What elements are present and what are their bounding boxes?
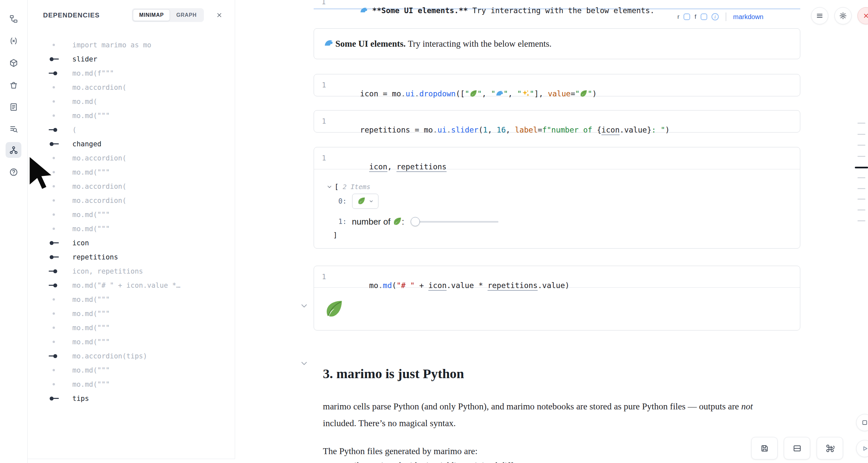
menu-icon [816,12,824,20]
dependency-glyph-icon [48,80,72,94]
dependency-item[interactable]: mo.md(""" [27,377,235,391]
code-cell-tuple[interactable]: 1 icon, repetitions [ 2 Items 0: 1: [314,147,800,249]
dependency-item[interactable]: mo.md(""" [27,109,235,123]
dependency-item[interactable]: mo.md(""" [27,363,235,377]
dependency-item[interactable]: mo.md(""" [27,222,235,236]
dependency-item[interactable]: mo.md(""" [27,165,235,179]
dependency-glyph-icon [48,137,72,151]
tab-graph[interactable]: GRAPH [170,9,203,21]
layout-button[interactable] [784,437,810,459]
file-explorer-button[interactable] [6,11,21,27]
dependency-item[interactable]: slider [27,52,235,66]
dependency-item[interactable]: mo.md(f""" [27,66,235,80]
cell-nav-line[interactable] [858,220,865,221]
info-icon[interactable]: i [712,13,719,21]
dependency-item[interactable]: icon [27,236,235,250]
panel-close-button[interactable] [214,9,225,21]
dependency-item[interactable]: mo.accordion( [27,193,235,208]
logs-button[interactable] [6,121,21,137]
markdown-output-cell[interactable]: Some UI elements. Try interacting with t… [314,28,800,59]
cell-nav-line[interactable] [858,210,865,211]
slider-label: number of : [352,217,404,227]
code-token: icon [601,126,619,134]
code-token: . [446,126,451,134]
save-button[interactable] [751,437,778,459]
dependency-item[interactable]: mo.md(""" [27,306,235,320]
dependency-item[interactable]: mo.md("# " + icon.value *… [27,278,235,292]
dependency-label: mo.md(""" [72,112,110,120]
dropdown-select[interactable] [352,194,378,209]
code-token: , [508,89,517,98]
code-token: ui [406,89,415,98]
tree-twisty-icon[interactable] [327,184,332,190]
settings-button[interactable] [834,7,851,24]
dependency-label: mo.accordion( [72,183,126,190]
dependency-item[interactable]: repetitions [27,250,235,264]
dependency-item[interactable]: mo.md( [27,94,235,109]
cell-nav-line[interactable] [858,145,865,146]
command-palette-button[interactable] [817,437,843,459]
code-cell-md[interactable]: 1 mo.md("# " + icon.value * repetitions.… [314,266,800,331]
view-toggle: MINIMAP GRAPH [132,8,204,22]
r-checkbox[interactable] [684,13,690,20]
dependency-item[interactable]: mo.accordion( [27,80,235,94]
cell-nav-line[interactable] [858,188,865,189]
dependency-glyph-icon [48,292,72,306]
dependency-item[interactable]: mo.accordion(tips) [27,349,235,363]
line-number: 1 [314,81,333,89]
dependency-item[interactable]: ( [27,123,235,137]
cell-nav-line[interactable] [858,156,865,157]
dependency-glyph-icon [48,123,72,137]
dependency-label: icon [72,239,89,247]
cell-nav-line[interactable] [858,198,865,199]
f-checkbox[interactable] [701,13,707,20]
dependency-item[interactable]: mo.md(""" [27,320,235,335]
dependency-glyph-icon [48,38,72,52]
cell-nav-line[interactable] [858,177,865,178]
language-button[interactable]: markdown [733,13,764,21]
collapse-section-chevron[interactable] [300,359,308,368]
dependency-label: mo.accordion( [72,154,126,162]
scratchpad-button[interactable] [6,99,21,115]
dependency-item[interactable]: mo.md(""" [27,335,235,349]
dependency-item[interactable]: tips [27,391,235,405]
dependency-item[interactable]: mo.md(""" [27,292,235,306]
code-cell-dropdown[interactable]: 1 icon = mo.ui.dropdown(["", "", ""], va… [314,74,800,96]
slider-track[interactable] [411,221,498,223]
dependency-label: mo.md(""" [72,211,110,219]
code-cell-slider[interactable]: 1 repetitions = mo.ui.slider(1, 16, labe… [314,110,800,132]
code-token: ) [592,89,597,98]
slider-thumb[interactable] [411,217,420,226]
dependencies-button[interactable] [6,142,21,158]
dependency-glyph-icon [48,165,72,179]
dependency-item[interactable]: mo.md(""" [27,208,235,222]
paragraph-part: marimo cells parse Python (and only Pyth… [323,401,741,411]
markdown-cell-editor[interactable]: 1 **Some UI elements.** Try interacting … [314,0,800,9]
toolbar-f-label: f [694,13,696,21]
bucket-button[interactable] [6,77,21,93]
dependency-item[interactable]: mo.accordion( [27,179,235,193]
notebook-menu-button[interactable] [811,7,828,24]
dependency-glyph-icon [48,208,72,222]
tab-minimap[interactable]: MINIMAP [133,9,170,21]
frame-button[interactable] [856,414,868,431]
dependency-glyph-icon [48,109,72,123]
code-token: mo [392,89,401,98]
dependency-label: repetitions [72,253,118,261]
collapse-output-chevron[interactable] [300,302,308,310]
dependency-item[interactable]: icon, repetitions [27,264,235,278]
cell-nav-line-active[interactable] [855,167,868,168]
dependency-label: slider [72,55,97,63]
packages-button[interactable] [6,55,21,71]
dependency-item[interactable]: import marimo as mo [27,38,235,52]
paragraph-part: not [741,401,753,411]
help-button[interactable] [6,164,21,180]
cell-nav-line[interactable] [858,123,865,124]
dependency-glyph-icon [48,236,72,250]
cell-nav-line[interactable] [858,134,865,135]
dependency-item[interactable]: mo.accordion( [27,151,235,165]
shutdown-button[interactable] [858,7,868,24]
code-snippets-button[interactable] [6,33,21,49]
dependency-item[interactable]: changed [27,137,235,151]
run-button[interactable] [856,440,868,457]
